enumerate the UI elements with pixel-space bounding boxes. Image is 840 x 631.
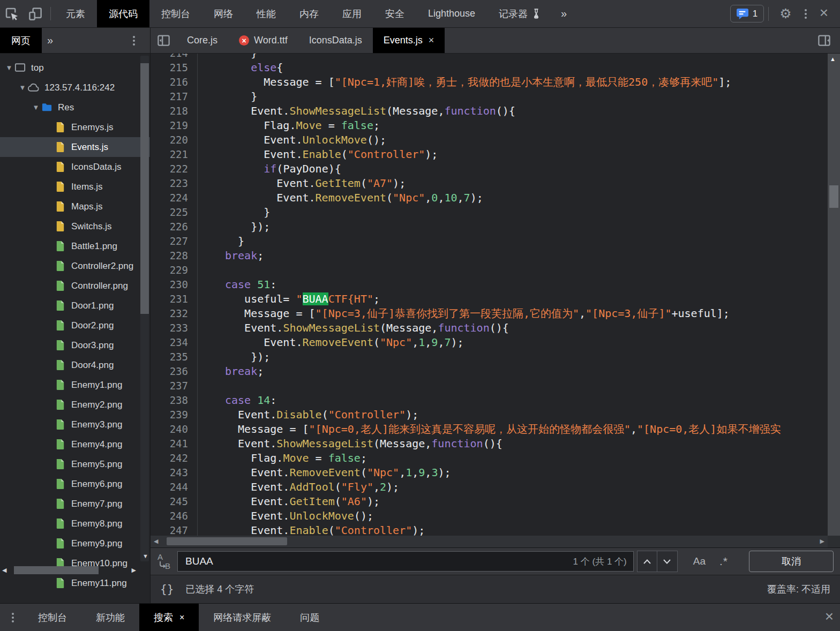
line-number[interactable]: 236 [151,364,198,379]
tree-item-Enemy11.png[interactable]: Enemy11.png [0,573,150,593]
line-number[interactable]: 235 [151,350,198,364]
editor-horizontal-scrollbar[interactable]: ◀ ▶ [151,536,828,547]
editor-vertical-scrollbar[interactable]: ▲ [828,54,840,536]
tree-item-Enemy4.png[interactable]: Enemy4.png [0,434,150,454]
sidebar-scroll-left-icon[interactable]: ◀ [2,567,6,574]
code-text[interactable]: } [198,89,257,104]
line-number[interactable]: 232 [151,306,198,321]
panel-tab-记录器[interactable]: 记录器 [487,0,552,27]
code-text[interactable]: }); [198,220,270,234]
code-editor[interactable]: 214 }215 else{216 Message = ["[Npc=1,奸商]… [151,54,828,536]
line-number[interactable]: 229 [151,263,198,277]
tree-item-Door2.png[interactable]: Door2.png [0,316,150,335]
line-number[interactable]: 240 [151,422,198,437]
collapse-left-panel-icon[interactable] [151,28,176,53]
code-text[interactable]: if(PayDone){ [198,162,341,176]
code-text[interactable]: Event.Enable("Controller"); [198,147,438,162]
line-number[interactable]: 215 [151,61,198,75]
match-case-toggle[interactable]: Aa [686,555,712,567]
tree-item-Enemy7.png[interactable]: Enemy7.png [0,494,150,514]
tree-item-Battle1.png[interactable]: Battle1.png [0,236,150,256]
code-text[interactable]: break; [198,364,264,379]
tree-item-123.57.4.116:242[interactable]: ▼123.57.4.116:242 [0,78,150,97]
sidebar-scroll-right-icon[interactable]: ▶ [132,567,136,574]
tree-item-top[interactable]: ▼top [0,58,150,78]
line-number[interactable]: 234 [151,335,198,350]
search-field[interactable]: 1 个 (共 1 个) [177,551,634,572]
code-text[interactable]: } [198,54,257,61]
show-right-panel-icon[interactable] [811,33,837,48]
code-text[interactable]: }); [198,350,270,364]
tree-item-Enemy3.png[interactable]: Enemy3.png [0,415,150,434]
expand-arrow-icon[interactable]: ▼ [4,64,14,72]
line-number[interactable]: 218 [151,104,198,118]
panel-tab-应用[interactable]: 应用 [331,0,373,27]
drawer-tab-问题[interactable]: 问题 [286,604,334,631]
tree-item-Enemy5.png[interactable]: Enemy5.png [0,454,150,474]
line-number[interactable]: 219 [151,118,198,133]
code-text[interactable]: Message = ["[Npc=0,老人]能来到这真是不容易呢，从这开始的怪物… [198,422,781,437]
editor-scroll-left-icon[interactable]: ◀ [154,538,158,545]
sidebar-menu-icon[interactable] [126,36,141,46]
expand-arrow-icon[interactable]: ▼ [18,84,27,92]
code-text[interactable]: Event.Enable("Controller"); [198,523,425,536]
line-number[interactable]: 224 [151,191,198,205]
code-text[interactable]: else{ [198,61,283,75]
code-text[interactable]: Event.ShowMessageList(Message,function()… [198,104,515,118]
editor-scroll-up-icon[interactable]: ▲ [830,56,836,62]
editor-vscroll-thumb[interactable] [829,185,838,208]
editor-tab-Events.js[interactable]: Events.js× [373,28,445,53]
code-text[interactable]: Event.ShowMessageList(Message,function()… [198,437,502,451]
line-number[interactable]: 223 [151,176,198,191]
tree-item-IconsData.js[interactable]: IconsData.js [0,157,150,177]
more-panels-chevron[interactable]: » [552,0,575,27]
tree-item-Door4.png[interactable]: Door4.png [0,355,150,375]
tree-item-Res[interactable]: ▼Res [0,97,150,117]
sidebar-scroll-down-icon[interactable]: ▼ [142,553,148,559]
tree-item-Enemy6.png[interactable]: Enemy6.png [0,474,150,494]
pretty-print-button[interactable]: {} [160,583,174,596]
regex-toggle[interactable]: .* [712,555,735,568]
code-text[interactable]: Event.RemoveEvent("Npc",0,10,7); [198,191,483,205]
line-number[interactable]: 238 [151,393,198,408]
expand-arrow-icon[interactable]: ▼ [31,103,41,111]
code-text[interactable]: Message = ["[Npc=1,奸商]唉，勇士，我做的也是小本生意啊，最低… [198,75,731,89]
devtools-close-icon[interactable]: × [813,5,835,22]
tree-item-Door1.png[interactable]: Door1.png [0,296,150,316]
sidebar-vscroll-thumb[interactable] [140,63,149,314]
sidebar-vertical-scrollbar[interactable] [140,56,149,561]
tree-item-Enemy9.png[interactable]: Enemy9.png [0,534,150,553]
code-text[interactable]: useful= "BUAACTF{HT"; [198,292,380,306]
line-number[interactable]: 221 [151,147,198,162]
tree-item-Controller.png[interactable]: Controller.png [0,276,150,296]
panel-tab-网络[interactable]: 网络 [202,0,245,27]
panel-tab-Lighthouse[interactable]: Lighthouse [416,0,487,27]
code-text[interactable]: Flag.Move = false; [198,118,380,133]
line-number[interactable]: 227 [151,234,198,249]
line-number[interactable]: 247 [151,523,198,536]
panel-tab-性能[interactable]: 性能 [245,0,288,27]
code-text[interactable]: Event.UnlockMove(); [198,133,386,147]
code-text[interactable]: Flag.Move = false; [198,451,367,465]
panel-tab-控制台[interactable]: 控制台 [149,0,202,27]
line-number[interactable]: 233 [151,321,198,335]
settings-gear-icon[interactable]: ⚙ [773,7,798,20]
inspect-element-icon[interactable] [0,0,24,27]
tree-item-Switchs.js[interactable]: Switchs.js [0,216,150,236]
line-number[interactable]: 243 [151,465,198,480]
panel-tab-源代码[interactable]: 源代码 [97,0,149,27]
code-text[interactable]: Event.UnlockMove(); [198,509,373,523]
line-number[interactable]: 230 [151,277,198,292]
editor-tab-Word.ttf[interactable]: ×Word.ttf [228,28,298,53]
line-number[interactable]: 241 [151,437,198,451]
line-number[interactable]: 242 [151,451,198,465]
line-number[interactable]: 214 [151,54,198,61]
line-number[interactable]: 225 [151,205,198,220]
code-text[interactable]: Event.GetItem("A6"); [198,494,380,509]
next-match-button[interactable] [657,551,678,572]
drawer-tab-新功能[interactable]: 新功能 [81,604,139,631]
tree-item-Enemy8.png[interactable]: Enemy8.png [0,514,150,534]
line-number[interactable]: 216 [151,75,198,89]
tab-close-icon[interactable]: × [429,35,434,46]
drawer-tab-网络请求屏蔽[interactable]: 网络请求屏蔽 [199,604,286,631]
